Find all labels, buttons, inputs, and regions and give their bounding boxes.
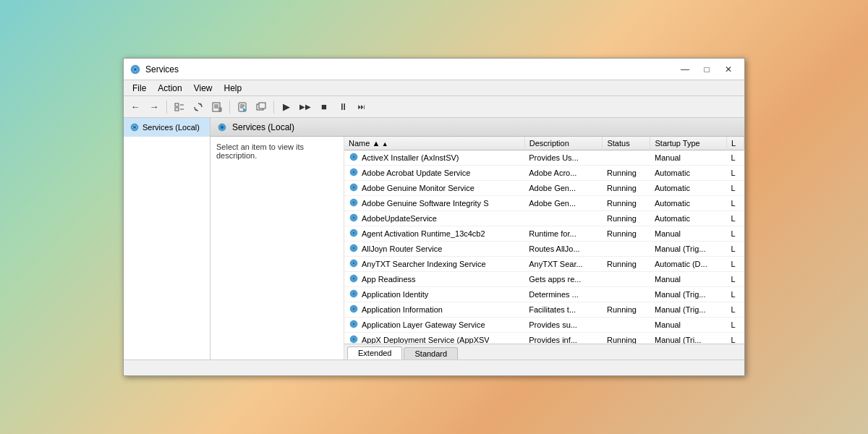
tab-standard[interactable]: Standard bbox=[404, 347, 458, 359]
table-header-row: Name ▲ Description Status Startup Type L bbox=[344, 137, 744, 150]
sidebar-item-services-local[interactable]: Services (Local) bbox=[124, 118, 210, 137]
svg-point-34 bbox=[353, 232, 355, 234]
content-area: Services (Local) Services (Local) Sel bbox=[124, 118, 744, 359]
services-table[interactable]: Name ▲ Description Status Startup Type L… bbox=[344, 137, 744, 344]
service-description-cell: Provides su... bbox=[524, 318, 603, 333]
maximize-button[interactable]: □ bbox=[697, 62, 717, 77]
resume-service-button[interactable]: ⏭ bbox=[353, 99, 370, 115]
service-status-cell bbox=[603, 242, 650, 257]
pause-service-button[interactable]: ⏸ bbox=[334, 99, 352, 115]
service-status-cell: Running bbox=[603, 196, 650, 211]
column-log[interactable]: L bbox=[727, 137, 744, 150]
service-status-cell: Running bbox=[603, 226, 650, 242]
minimize-button[interactable]: — bbox=[675, 62, 695, 77]
table-row[interactable]: App ReadinessGets apps re...ManualL bbox=[344, 272, 744, 287]
services-list: Name ▲ Description Status Startup Type L… bbox=[344, 137, 744, 344]
table-row[interactable]: Adobe Acrobat Update ServiceAdobe Acro..… bbox=[344, 166, 744, 181]
menu-view[interactable]: View bbox=[188, 82, 218, 95]
service-name-cell: Application Identity bbox=[344, 287, 489, 302]
service-icon bbox=[349, 289, 359, 300]
service-log-cell: L bbox=[727, 272, 744, 287]
show-hide-tree-button[interactable] bbox=[171, 99, 188, 115]
svg-point-20 bbox=[133, 126, 136, 129]
export-button[interactable] bbox=[208, 99, 226, 115]
column-name[interactable]: Name ▲ bbox=[344, 137, 524, 150]
service-icon bbox=[349, 258, 359, 270]
table-row[interactable]: ActiveX Installer (AxInstSV)Provides Us.… bbox=[344, 150, 744, 166]
column-status[interactable]: Status bbox=[603, 137, 650, 150]
service-log-cell: L bbox=[727, 242, 744, 257]
menu-help[interactable]: Help bbox=[218, 82, 248, 95]
table-row[interactable]: Application InformationFacilitates t...R… bbox=[344, 302, 744, 318]
service-icon bbox=[349, 167, 359, 179]
service-startup-cell: Manual (Trig... bbox=[650, 242, 727, 257]
services-window: Services — □ ✕ File Action View Help ← → bbox=[123, 58, 745, 376]
close-button[interactable]: ✕ bbox=[718, 62, 739, 77]
service-status-cell bbox=[603, 287, 650, 302]
service-description-cell: Adobe Acro... bbox=[524, 166, 603, 181]
table-row[interactable]: AppX Deployment Service (AppXSVC)Provide… bbox=[344, 333, 744, 344]
menu-action[interactable]: Action bbox=[152, 82, 187, 95]
toolbar-separator-3 bbox=[273, 101, 274, 114]
table-row[interactable]: Adobe Genuine Software Integrity Service… bbox=[344, 196, 744, 211]
service-log-cell: L bbox=[727, 318, 744, 333]
properties-button[interactable] bbox=[234, 99, 251, 115]
service-status-cell: Running bbox=[603, 181, 650, 196]
table-row[interactable]: Adobe Genuine Monitor ServiceAdobe Gen..… bbox=[344, 181, 744, 196]
service-icon bbox=[349, 182, 359, 194]
services-icon bbox=[129, 122, 140, 132]
sidebar-label: Services (Local) bbox=[142, 123, 200, 132]
service-startup-cell: Automatic bbox=[650, 211, 727, 226]
menu-file[interactable]: File bbox=[127, 82, 152, 95]
service-description-cell: AnyTXT Sear... bbox=[524, 257, 603, 272]
table-row[interactable]: AdobeUpdateServiceRunningAutomaticL bbox=[344, 211, 744, 226]
column-description[interactable]: Description bbox=[524, 137, 603, 150]
service-log-cell: L bbox=[727, 150, 744, 166]
service-icon bbox=[349, 228, 359, 239]
table-row[interactable]: Application IdentityDetermines ...Manual… bbox=[344, 287, 744, 302]
service-description-cell: Adobe Gen... bbox=[524, 196, 603, 211]
svg-point-46 bbox=[353, 323, 355, 326]
toolbar-separator-1 bbox=[166, 101, 167, 114]
service-startup-cell: Manual (Trig... bbox=[650, 287, 727, 302]
start-paused-button[interactable]: ▶▶ bbox=[297, 99, 314, 115]
service-startup-cell: Automatic (D... bbox=[650, 257, 727, 272]
table-row[interactable]: Agent Activation Runtime_13c4cb2Runtime … bbox=[344, 226, 744, 242]
window-icon bbox=[129, 64, 141, 75]
panel-title: Services (Local) bbox=[232, 122, 294, 132]
description-panel: Select an item to view its description. bbox=[210, 137, 344, 359]
table-row[interactable]: AnyTXT Searcher Indexing ServiceAnyTXT S… bbox=[344, 257, 744, 272]
column-startup[interactable]: Startup Type bbox=[650, 137, 727, 150]
stop-service-button[interactable]: ■ bbox=[315, 99, 333, 115]
forward-button[interactable]: → bbox=[145, 99, 163, 115]
start-service-button[interactable]: ▶ bbox=[278, 99, 295, 115]
back-button[interactable]: ← bbox=[127, 99, 144, 115]
svg-point-40 bbox=[353, 278, 355, 280]
window-title: Services bbox=[145, 64, 675, 75]
menu-bar: File Action View Help bbox=[124, 80, 744, 96]
service-description-cell: Gets apps re... bbox=[524, 272, 603, 287]
tabs-bar: Extended Standard bbox=[344, 344, 744, 359]
svg-point-44 bbox=[353, 308, 355, 310]
table-row[interactable]: AllJoyn Router ServiceRoutes AllJo...Man… bbox=[344, 242, 744, 257]
service-log-cell: L bbox=[727, 302, 744, 318]
service-name-cell: AnyTXT Searcher Indexing Service bbox=[344, 257, 489, 271]
service-startup-cell: Manual bbox=[650, 226, 727, 242]
svg-point-1 bbox=[134, 68, 137, 71]
service-icon bbox=[349, 273, 359, 285]
service-description-cell: Provides inf... bbox=[524, 333, 603, 344]
tab-extended[interactable]: Extended bbox=[347, 346, 402, 359]
service-description-cell: Runtime for... bbox=[524, 226, 603, 242]
new-window-button[interactable] bbox=[252, 99, 270, 115]
refresh-button[interactable] bbox=[190, 99, 207, 115]
title-bar: Services — □ ✕ bbox=[124, 59, 744, 80]
service-name-cell: Agent Activation Runtime_13c4cb2 bbox=[344, 226, 489, 241]
service-icon bbox=[349, 304, 359, 315]
panel-icon bbox=[216, 122, 228, 133]
table-row[interactable]: Application Layer Gateway ServiceProvide… bbox=[344, 318, 744, 333]
service-status-cell: Running bbox=[603, 211, 650, 226]
service-log-cell: L bbox=[727, 287, 744, 302]
svg-point-30 bbox=[353, 202, 355, 204]
service-icon bbox=[349, 197, 359, 209]
service-status-cell bbox=[603, 318, 650, 333]
